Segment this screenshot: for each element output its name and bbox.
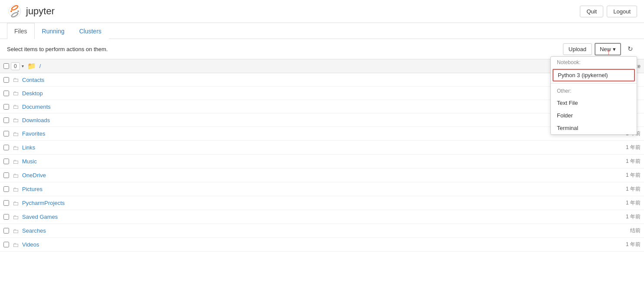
other-section-label: Other: bbox=[551, 85, 637, 97]
file-name-link[interactable]: Desktop bbox=[22, 90, 585, 97]
row-checkbox[interactable] bbox=[3, 186, 9, 192]
row-checkbox[interactable] bbox=[3, 172, 9, 178]
table-row: 🗀 Desktop bbox=[0, 87, 644, 100]
quit-button[interactable]: Quit bbox=[580, 6, 603, 17]
folder-icon: 🗀 bbox=[13, 144, 19, 151]
table-row: 🗀 Saved Games 1 年前 bbox=[0, 210, 644, 224]
tab-running[interactable]: Running bbox=[35, 23, 72, 39]
table-row: 🗀 Music 1 年前 bbox=[0, 155, 644, 169]
folder-icon: 🗀 bbox=[13, 186, 19, 193]
new-dropdown-menu: ↑ Notebook: Python 3 (ipykernel) Other: … bbox=[550, 56, 637, 135]
folder-icon: 🗀 bbox=[13, 158, 19, 165]
folder-icon: 🗀 bbox=[13, 103, 19, 110]
row-checkbox[interactable] bbox=[3, 117, 9, 123]
table-row: 🗀 Pictures 1 年前 bbox=[0, 182, 644, 196]
notebook-section-label: Notebook: bbox=[551, 57, 637, 68]
row-checkbox[interactable] bbox=[3, 200, 9, 206]
file-date: 1 年前 bbox=[589, 185, 641, 193]
table-row: 🗀 Favorites 1 年前 bbox=[0, 127, 644, 141]
svg-point-4 bbox=[17, 10, 19, 12]
row-checkbox[interactable] bbox=[3, 214, 9, 220]
file-name-link[interactable]: PycharmProjects bbox=[22, 200, 585, 206]
folder-menu-item[interactable]: Folder bbox=[551, 109, 637, 122]
file-name-link[interactable]: Contacts bbox=[22, 77, 585, 83]
select-all-area: 0 ▾ bbox=[3, 62, 24, 70]
row-checkbox[interactable] bbox=[3, 159, 9, 164]
upload-button[interactable]: Upload bbox=[563, 43, 592, 55]
selected-count-badge: 0 bbox=[11, 62, 20, 70]
arrow-indicator-icon: ↑ bbox=[606, 47, 611, 57]
current-path: / bbox=[39, 63, 41, 69]
file-list: 0 ▾ 📁 / Name Last Modified File size 🗀 C… bbox=[0, 59, 644, 252]
file-date: 1 年前 bbox=[589, 158, 641, 165]
table-row: 🗀 Links 1 年前 bbox=[0, 141, 644, 155]
file-date: 1 年前 bbox=[589, 172, 641, 179]
row-checkbox[interactable] bbox=[3, 91, 9, 96]
tab-clusters[interactable]: Clusters bbox=[72, 23, 109, 39]
folder-icon: 🗀 bbox=[13, 117, 19, 123]
file-date: 1 年前 bbox=[589, 144, 641, 151]
folder-icon: 🗀 bbox=[13, 200, 19, 207]
dropdown-divider bbox=[551, 83, 637, 84]
folder-icon: 🗀 bbox=[13, 130, 19, 137]
table-row: 🗀 Contacts bbox=[0, 73, 644, 87]
table-row: 🗀 Downloads bbox=[0, 114, 644, 127]
table-row: 🗀 Videos 1 年前 bbox=[0, 238, 644, 252]
row-checkbox[interactable] bbox=[3, 77, 9, 83]
folder-icon: 🗀 bbox=[13, 227, 19, 234]
row-checkbox[interactable] bbox=[3, 228, 9, 234]
row-checkbox[interactable] bbox=[3, 131, 9, 136]
header-buttons: Quit Logout bbox=[580, 6, 637, 17]
tab-files[interactable]: Files bbox=[7, 23, 35, 39]
folder-icon: 🗀 bbox=[13, 90, 19, 97]
logout-button[interactable]: Logout bbox=[607, 6, 637, 17]
file-rows-container: 🗀 Contacts 🗀 Desktop 🗀 Documents 🗀 Downl… bbox=[0, 73, 644, 252]
file-name-link[interactable]: Videos bbox=[22, 241, 585, 248]
new-dropdown-arrow-icon: ▾ bbox=[613, 46, 616, 52]
table-row: 🗀 Documents bbox=[0, 100, 644, 114]
row-checkbox[interactable] bbox=[3, 242, 9, 247]
logo-text: jupyter bbox=[26, 6, 55, 17]
file-date: 结前 bbox=[589, 227, 641, 234]
file-name-link[interactable]: Music bbox=[22, 158, 585, 165]
file-name-link[interactable]: Favorites bbox=[22, 130, 585, 137]
row-checkbox[interactable] bbox=[3, 145, 9, 150]
file-list-header: 0 ▾ 📁 / Name Last Modified File size bbox=[0, 59, 644, 73]
current-folder-icon: 📁 bbox=[27, 62, 36, 70]
terminal-menu-item[interactable]: Terminal bbox=[551, 122, 637, 134]
refresh-icon: ↻ bbox=[628, 45, 633, 52]
table-row: 🗀 PycharmProjects 1 年前 bbox=[0, 196, 644, 210]
file-name-link[interactable]: Links bbox=[22, 144, 585, 151]
toolbar: Select items to perform actions on them.… bbox=[0, 39, 644, 59]
folder-icon: 🗀 bbox=[13, 76, 19, 83]
file-date: 1 年前 bbox=[589, 199, 641, 207]
select-items-text: Select items to perform actions on them. bbox=[7, 46, 108, 52]
header: jupyter Quit Logout bbox=[0, 0, 644, 23]
row-checkbox[interactable] bbox=[3, 104, 9, 110]
file-name-link[interactable]: Saved Games bbox=[22, 214, 585, 220]
table-row: 🗀 OneDrive 1 年前 bbox=[0, 169, 644, 182]
table-row: 🗀 Searches 结前 bbox=[0, 224, 644, 238]
refresh-button[interactable]: ↻ bbox=[624, 42, 637, 55]
folder-icon: 🗀 bbox=[13, 172, 19, 179]
file-name-link[interactable]: OneDrive bbox=[22, 172, 585, 178]
count-dropdown-icon[interactable]: ▾ bbox=[22, 64, 24, 68]
jupyter-logo-icon bbox=[7, 3, 23, 19]
folder-icon: 🗀 bbox=[13, 241, 19, 248]
file-name-link[interactable]: Documents bbox=[22, 104, 585, 110]
file-name-link[interactable]: Searches bbox=[22, 227, 585, 234]
toolbar-right: Upload New ▾ ↻ ↑ Notebook: Python 3 (ipy… bbox=[563, 42, 637, 55]
file-date: 1 年前 bbox=[589, 241, 641, 248]
tabs-bar: Files Running Clusters bbox=[0, 23, 644, 39]
file-name-link[interactable]: Downloads bbox=[22, 117, 585, 123]
file-name-link[interactable]: Pictures bbox=[22, 186, 585, 192]
file-date: 1 年前 bbox=[589, 213, 641, 221]
select-all-checkbox[interactable] bbox=[3, 63, 9, 69]
folder-icon: 🗀 bbox=[13, 214, 19, 221]
python3-menu-item[interactable]: Python 3 (ipykernel) bbox=[553, 69, 635, 81]
logo: jupyter bbox=[7, 3, 55, 19]
svg-point-3 bbox=[10, 10, 12, 12]
text-file-menu-item[interactable]: Text File bbox=[551, 97, 637, 109]
